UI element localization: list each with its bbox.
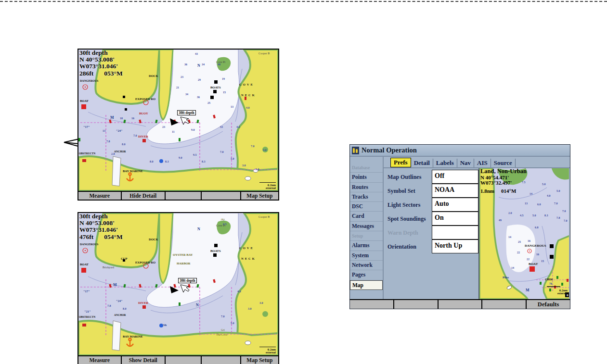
- cursor-info-overlay: 30ft depth N 40°53.008' W073°31.046' 286…: [79, 50, 133, 77]
- range-value: 286ft: [79, 70, 93, 77]
- tab-strip: Prefs Detail Labels Nav AIS Source: [384, 157, 570, 168]
- depth-sounding: 7.8: [107, 304, 111, 307]
- sidebar-item-pages[interactable]: Pages: [350, 270, 383, 280]
- bearing-value: 053°M: [104, 70, 122, 77]
- depth-sounding: 13: [525, 202, 528, 205]
- depth-sounding: 43: [195, 52, 198, 55]
- sidebar-item-dsc[interactable]: DSC: [350, 202, 383, 212]
- chartplotter-screen-top: DANGEROUSDOCKBOATEXPOSED ROBUOYDIVERCOVE…: [77, 49, 279, 201]
- tab-prefs[interactable]: Prefs: [390, 158, 411, 167]
- map-setup-window: Normal Operation Database Points Routes …: [349, 144, 570, 309]
- softkey-empty-1[interactable]: [166, 192, 202, 200]
- range-bearing-readout: 286ft053°M: [79, 70, 133, 77]
- depth-sounding: 16: [131, 117, 134, 120]
- depth-sounding: 2.8: [111, 152, 115, 155]
- cursor-info-overlay: 30ft depth N 40°53.008' W073°31.046' 476…: [79, 213, 133, 240]
- depth-sounding: 7.0: [220, 151, 224, 153]
- field-value-select[interactable]: Auto: [432, 198, 478, 212]
- sidebar-item-alarms[interactable]: Alarms: [350, 241, 383, 251]
- depth-sounding: 13: [103, 129, 105, 132]
- prefs-fields: Map Outlines Off Symbol Set NOAA Light S…: [384, 168, 478, 299]
- depth-sounding: 6.8: [535, 226, 539, 229]
- tab-source[interactable]: Source: [491, 159, 516, 167]
- preview-scale: 0.2nm external: [557, 289, 568, 295]
- depth-sounding: 53: [220, 126, 223, 128]
- softkey-empty-4[interactable]: [482, 300, 527, 309]
- softkey-measure[interactable]: Measure: [78, 356, 122, 364]
- depth-sounding: 7.0: [221, 315, 225, 318]
- softkey-empty-2[interactable]: [394, 300, 439, 309]
- depth-sounding: 23: [162, 126, 165, 128]
- field-value-select[interactable]: NOAA: [432, 184, 478, 198]
- depth-readout: 30ft depth: [79, 213, 133, 220]
- app-icon: [352, 147, 359, 154]
- softkey-measure[interactable]: Measure: [78, 192, 122, 200]
- depth-sounding: 4.6: [236, 126, 240, 128]
- sidebar-item-map[interactable]: Map: [350, 280, 383, 290]
- latitude-readout: N 40°53.008': [79, 56, 133, 63]
- field-value-select[interactable]: On: [432, 212, 478, 226]
- tab-content: Prefs Detail Labels Nav AIS Source Map O…: [384, 157, 570, 299]
- softkey-show-detail[interactable]: Show Detail: [122, 356, 166, 364]
- depth-sounding: 7.8: [106, 140, 110, 143]
- scale-source: external: [557, 292, 568, 295]
- softkey-empty-1[interactable]: [350, 300, 394, 309]
- tab-ais[interactable]: AIS: [474, 159, 491, 167]
- prefs-pane: Map Outlines Off Symbol Set NOAA Light S…: [384, 168, 570, 299]
- depth-sounding: 25: [207, 101, 210, 104]
- field-value-select: [432, 226, 478, 239]
- field-value-select[interactable]: North Up: [432, 239, 478, 253]
- map-scale: 0.2nm external: [259, 182, 276, 190]
- map-view-bottom[interactable]: DANGEROUSDOCKBOATEXPOSED ROCUPBrickyardO…: [78, 213, 278, 355]
- depth-sounding: 22: [517, 251, 520, 254]
- depth-sounding: 8.0: [122, 143, 126, 146]
- depth-sounding: 4.0: [246, 106, 250, 109]
- depth-sounding: 7.8: [556, 216, 560, 219]
- sidebar-item-tracks[interactable]: Tracks: [350, 192, 383, 202]
- depth-sounding: 49: [499, 219, 502, 222]
- softkey-empty-1[interactable]: [166, 356, 202, 364]
- depth-sounding: 22: [527, 258, 530, 261]
- field-label: Spot Soundings: [387, 215, 432, 223]
- sidebar: Database Points Routes Tracks DSC Card M…: [350, 157, 384, 299]
- depth-tag: 30ft depth: [177, 110, 196, 115]
- preview-longitude: W073°32.497': [480, 180, 527, 186]
- window-title-bar: Normal Operation: [350, 145, 570, 157]
- depth-sounding: 29: [198, 78, 201, 81]
- softkey-hide-detail[interactable]: Hide Detail: [122, 192, 166, 200]
- sidebar-item-system[interactable]: System: [350, 251, 383, 261]
- depth-sounding: 36: [184, 63, 187, 66]
- depth-sounding: 1.0: [256, 168, 259, 171]
- softkey-defaults[interactable]: Defaults: [527, 300, 570, 309]
- field-value-select[interactable]: Off: [432, 170, 478, 184]
- softkey-empty-2[interactable]: [202, 192, 241, 200]
- sidebar-item-network[interactable]: Network: [350, 261, 383, 270]
- depth-sounding: 3.0: [242, 164, 246, 167]
- depth-sounding: 9.0: [179, 156, 182, 159]
- field-orientation: Orientation North Up: [387, 240, 478, 254]
- depth-sounding: 2.0: [508, 212, 512, 214]
- sidebar-item-points[interactable]: Points: [350, 173, 383, 182]
- softkey-map-setup[interactable]: Map Setup: [241, 356, 278, 364]
- sidebar-item-messages[interactable]: Messages: [350, 222, 383, 231]
- depth-sounding: 3.0: [248, 307, 252, 310]
- map-view-top[interactable]: DANGEROUSDOCKBOATEXPOSED ROBUOYDIVERCOVE…: [78, 50, 278, 191]
- tab-nav[interactable]: Nav: [457, 159, 474, 167]
- depth-sounding: 13: [231, 105, 233, 108]
- sidebar-item-card[interactable]: Card: [350, 212, 383, 221]
- depth-sounding: 11: [172, 130, 175, 133]
- tab-detail[interactable]: Detail: [411, 159, 433, 167]
- depth-sounding: 19: [222, 77, 225, 80]
- depth-sounding: 7.0: [133, 134, 137, 137]
- depth-sounding: 7.0: [251, 145, 255, 148]
- depth-sounding: 34: [185, 93, 188, 96]
- softkey-map-setup[interactable]: Map Setup: [241, 192, 278, 200]
- depth-sounding: 8.3: [165, 160, 169, 163]
- scale-distance: 0.2nm: [559, 289, 568, 292]
- sidebar-item-routes[interactable]: Routes: [350, 183, 383, 192]
- softkey-empty-2[interactable]: [202, 356, 241, 364]
- tab-labels[interactable]: Labels: [433, 159, 457, 167]
- preview-title: Land, Non-Urban: [480, 168, 527, 175]
- softkey-empty-3[interactable]: [439, 300, 483, 309]
- map-preview: DANGEROUSBOATPilesCHD6M0 7.55.05.0144.01…: [478, 168, 569, 299]
